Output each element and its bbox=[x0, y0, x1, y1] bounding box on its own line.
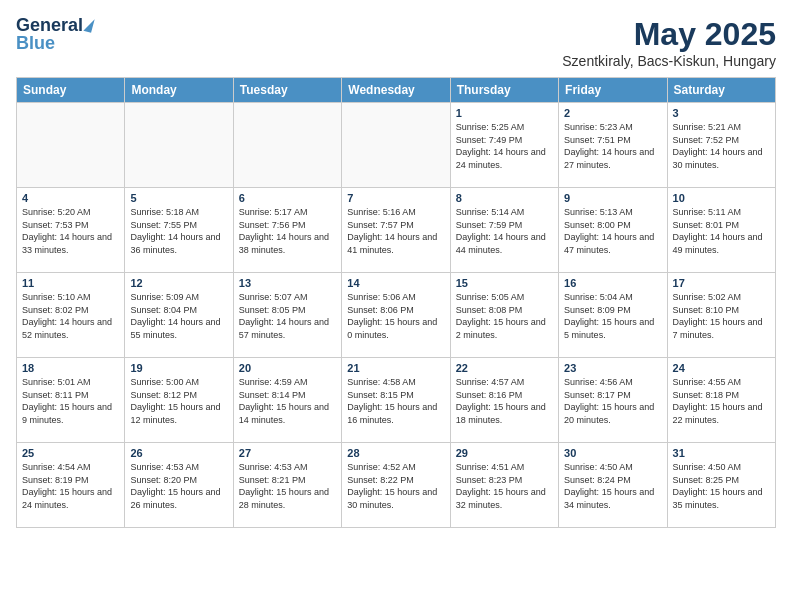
day-info: Sunrise: 4:58 AMSunset: 8:15 PMDaylight:… bbox=[347, 376, 444, 426]
day-number: 9 bbox=[564, 192, 661, 204]
day-info: Sunrise: 5:20 AMSunset: 7:53 PMDaylight:… bbox=[22, 206, 119, 256]
calendar-day-cell: 23Sunrise: 4:56 AMSunset: 8:17 PMDayligh… bbox=[559, 358, 667, 443]
day-info: Sunrise: 5:00 AMSunset: 8:12 PMDaylight:… bbox=[130, 376, 227, 426]
day-number: 30 bbox=[564, 447, 661, 459]
calendar-header-row: SundayMondayTuesdayWednesdayThursdayFrid… bbox=[17, 78, 776, 103]
weekday-header: Monday bbox=[125, 78, 233, 103]
calendar-day-cell: 21Sunrise: 4:58 AMSunset: 8:15 PMDayligh… bbox=[342, 358, 450, 443]
calendar-week-row: 18Sunrise: 5:01 AMSunset: 8:11 PMDayligh… bbox=[17, 358, 776, 443]
day-number: 15 bbox=[456, 277, 553, 289]
day-info: Sunrise: 4:53 AMSunset: 8:21 PMDaylight:… bbox=[239, 461, 336, 511]
calendar-day-cell: 26Sunrise: 4:53 AMSunset: 8:20 PMDayligh… bbox=[125, 443, 233, 528]
calendar-day-cell: 15Sunrise: 5:05 AMSunset: 8:08 PMDayligh… bbox=[450, 273, 558, 358]
calendar-day-cell: 8Sunrise: 5:14 AMSunset: 7:59 PMDaylight… bbox=[450, 188, 558, 273]
day-number: 20 bbox=[239, 362, 336, 374]
day-number: 17 bbox=[673, 277, 770, 289]
calendar-day-cell: 4Sunrise: 5:20 AMSunset: 7:53 PMDaylight… bbox=[17, 188, 125, 273]
day-info: Sunrise: 5:21 AMSunset: 7:52 PMDaylight:… bbox=[673, 121, 770, 171]
day-info: Sunrise: 5:09 AMSunset: 8:04 PMDaylight:… bbox=[130, 291, 227, 341]
day-number: 31 bbox=[673, 447, 770, 459]
day-info: Sunrise: 5:04 AMSunset: 8:09 PMDaylight:… bbox=[564, 291, 661, 341]
weekday-header: Thursday bbox=[450, 78, 558, 103]
day-number: 21 bbox=[347, 362, 444, 374]
calendar-day-cell: 18Sunrise: 5:01 AMSunset: 8:11 PMDayligh… bbox=[17, 358, 125, 443]
logo-blue: Blue bbox=[16, 34, 55, 52]
day-info: Sunrise: 5:16 AMSunset: 7:57 PMDaylight:… bbox=[347, 206, 444, 256]
day-info: Sunrise: 5:14 AMSunset: 7:59 PMDaylight:… bbox=[456, 206, 553, 256]
day-info: Sunrise: 4:57 AMSunset: 8:16 PMDaylight:… bbox=[456, 376, 553, 426]
day-info: Sunrise: 4:52 AMSunset: 8:22 PMDaylight:… bbox=[347, 461, 444, 511]
calendar-day-cell: 3Sunrise: 5:21 AMSunset: 7:52 PMDaylight… bbox=[667, 103, 775, 188]
calendar-table: SundayMondayTuesdayWednesdayThursdayFrid… bbox=[16, 77, 776, 528]
day-number: 16 bbox=[564, 277, 661, 289]
calendar-day-cell: 17Sunrise: 5:02 AMSunset: 8:10 PMDayligh… bbox=[667, 273, 775, 358]
calendar-day-cell: 10Sunrise: 5:11 AMSunset: 8:01 PMDayligh… bbox=[667, 188, 775, 273]
day-info: Sunrise: 4:50 AMSunset: 8:24 PMDaylight:… bbox=[564, 461, 661, 511]
day-info: Sunrise: 4:56 AMSunset: 8:17 PMDaylight:… bbox=[564, 376, 661, 426]
day-info: Sunrise: 5:17 AMSunset: 7:56 PMDaylight:… bbox=[239, 206, 336, 256]
calendar-day-cell: 24Sunrise: 4:55 AMSunset: 8:18 PMDayligh… bbox=[667, 358, 775, 443]
calendar-day-cell: 27Sunrise: 4:53 AMSunset: 8:21 PMDayligh… bbox=[233, 443, 341, 528]
calendar-day-cell: 5Sunrise: 5:18 AMSunset: 7:55 PMDaylight… bbox=[125, 188, 233, 273]
day-number: 3 bbox=[673, 107, 770, 119]
day-info: Sunrise: 4:59 AMSunset: 8:14 PMDaylight:… bbox=[239, 376, 336, 426]
day-number: 1 bbox=[456, 107, 553, 119]
day-number: 23 bbox=[564, 362, 661, 374]
calendar-day-cell bbox=[233, 103, 341, 188]
logo-general: General bbox=[16, 16, 83, 34]
day-number: 2 bbox=[564, 107, 661, 119]
day-number: 4 bbox=[22, 192, 119, 204]
day-number: 13 bbox=[239, 277, 336, 289]
day-number: 19 bbox=[130, 362, 227, 374]
weekday-header: Friday bbox=[559, 78, 667, 103]
title-block: May 2025 Szentkiraly, Bacs-Kiskun, Hunga… bbox=[562, 16, 776, 69]
calendar-day-cell bbox=[125, 103, 233, 188]
day-info: Sunrise: 4:51 AMSunset: 8:23 PMDaylight:… bbox=[456, 461, 553, 511]
calendar-day-cell: 2Sunrise: 5:23 AMSunset: 7:51 PMDaylight… bbox=[559, 103, 667, 188]
calendar-week-row: 11Sunrise: 5:10 AMSunset: 8:02 PMDayligh… bbox=[17, 273, 776, 358]
day-number: 7 bbox=[347, 192, 444, 204]
day-info: Sunrise: 5:10 AMSunset: 8:02 PMDaylight:… bbox=[22, 291, 119, 341]
calendar-day-cell: 31Sunrise: 4:50 AMSunset: 8:25 PMDayligh… bbox=[667, 443, 775, 528]
day-info: Sunrise: 5:05 AMSunset: 8:08 PMDaylight:… bbox=[456, 291, 553, 341]
weekday-header: Sunday bbox=[17, 78, 125, 103]
day-info: Sunrise: 4:54 AMSunset: 8:19 PMDaylight:… bbox=[22, 461, 119, 511]
calendar-day-cell: 14Sunrise: 5:06 AMSunset: 8:06 PMDayligh… bbox=[342, 273, 450, 358]
calendar-day-cell: 1Sunrise: 5:25 AMSunset: 7:49 PMDaylight… bbox=[450, 103, 558, 188]
day-number: 6 bbox=[239, 192, 336, 204]
day-number: 29 bbox=[456, 447, 553, 459]
calendar-day-cell: 13Sunrise: 5:07 AMSunset: 8:05 PMDayligh… bbox=[233, 273, 341, 358]
day-info: Sunrise: 5:01 AMSunset: 8:11 PMDaylight:… bbox=[22, 376, 119, 426]
weekday-header: Wednesday bbox=[342, 78, 450, 103]
calendar-day-cell: 22Sunrise: 4:57 AMSunset: 8:16 PMDayligh… bbox=[450, 358, 558, 443]
page-subtitle: Szentkiraly, Bacs-Kiskun, Hungary bbox=[562, 53, 776, 69]
day-info: Sunrise: 5:06 AMSunset: 8:06 PMDaylight:… bbox=[347, 291, 444, 341]
calendar-day-cell bbox=[342, 103, 450, 188]
logo-icon bbox=[83, 17, 94, 33]
day-number: 24 bbox=[673, 362, 770, 374]
day-info: Sunrise: 5:25 AMSunset: 7:49 PMDaylight:… bbox=[456, 121, 553, 171]
day-number: 10 bbox=[673, 192, 770, 204]
calendar-week-row: 25Sunrise: 4:54 AMSunset: 8:19 PMDayligh… bbox=[17, 443, 776, 528]
calendar-day-cell: 9Sunrise: 5:13 AMSunset: 8:00 PMDaylight… bbox=[559, 188, 667, 273]
day-number: 11 bbox=[22, 277, 119, 289]
day-info: Sunrise: 5:13 AMSunset: 8:00 PMDaylight:… bbox=[564, 206, 661, 256]
weekday-header: Saturday bbox=[667, 78, 775, 103]
day-number: 22 bbox=[456, 362, 553, 374]
day-info: Sunrise: 5:18 AMSunset: 7:55 PMDaylight:… bbox=[130, 206, 227, 256]
logo: General Blue bbox=[16, 16, 93, 52]
day-number: 18 bbox=[22, 362, 119, 374]
day-number: 12 bbox=[130, 277, 227, 289]
calendar-week-row: 4Sunrise: 5:20 AMSunset: 7:53 PMDaylight… bbox=[17, 188, 776, 273]
day-info: Sunrise: 4:50 AMSunset: 8:25 PMDaylight:… bbox=[673, 461, 770, 511]
calendar-day-cell bbox=[17, 103, 125, 188]
day-number: 27 bbox=[239, 447, 336, 459]
day-number: 5 bbox=[130, 192, 227, 204]
weekday-header: Tuesday bbox=[233, 78, 341, 103]
day-number: 28 bbox=[347, 447, 444, 459]
page-header: General Blue May 2025 Szentkiraly, Bacs-… bbox=[16, 16, 776, 69]
calendar-week-row: 1Sunrise: 5:25 AMSunset: 7:49 PMDaylight… bbox=[17, 103, 776, 188]
day-info: Sunrise: 5:11 AMSunset: 8:01 PMDaylight:… bbox=[673, 206, 770, 256]
day-info: Sunrise: 5:07 AMSunset: 8:05 PMDaylight:… bbox=[239, 291, 336, 341]
calendar-day-cell: 11Sunrise: 5:10 AMSunset: 8:02 PMDayligh… bbox=[17, 273, 125, 358]
